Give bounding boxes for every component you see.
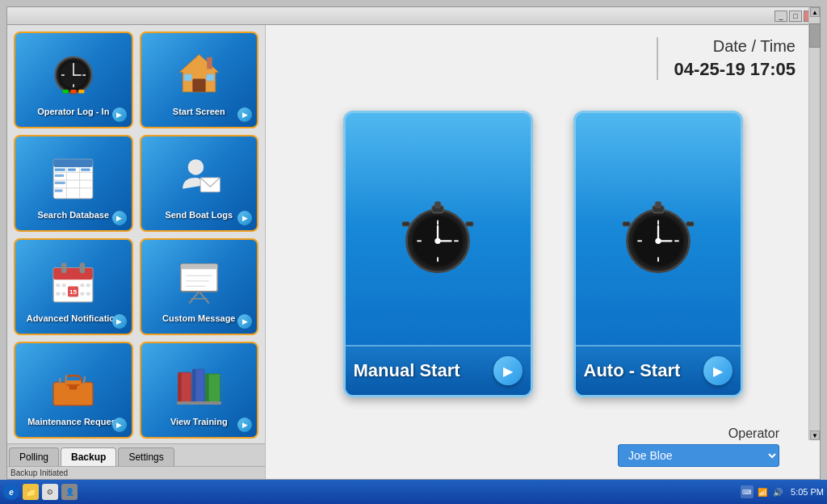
svg-rect-39 [62,284,66,287]
svg-point-78 [434,237,440,243]
tools-icon [45,357,102,414]
nav-item-custom-message[interactable]: Custom Message ▶ [140,238,259,335]
header-spacer [290,37,658,80]
nav-item-send-boat-logs-arrow: ▶ [237,211,252,225]
tab-polling[interactable]: Polling [9,447,59,466]
nav-item-maintenance-request[interactable]: Maintenance Request ▶ [14,342,133,439]
nav-item-send-boat-logs[interactable]: Send Boat Logs ▶ [140,135,259,232]
keyboard-icon: ⌨ [741,485,754,498]
svg-rect-44 [81,292,85,295]
datetime-section: Date / Time 04-25-19 17:05 [674,37,796,80]
nav-item-operator-log-in-arrow: ▶ [112,107,127,122]
left-panel: Operator Log - In ▶ [7,25,266,479]
minimize-button[interactable]: _ [775,10,787,22]
manual-start-button[interactable]: Manual Start ▶ [343,111,533,397]
nav-item-operator-log-in-label: Operator Log - In [37,107,109,116]
svg-rect-34 [61,262,67,273]
svg-rect-64 [192,369,195,402]
status-bar: Backup Initiated [7,466,265,479]
svg-rect-9 [62,90,69,94]
nav-item-send-boat-logs-label: Send Boat Logs [165,210,233,220]
tab-backup[interactable]: Backup [61,447,116,466]
nav-item-search-database[interactable]: Search Database ▶ [14,135,133,232]
tab-settings[interactable]: Settings [118,447,174,466]
svg-rect-18 [53,159,93,167]
manual-start-label: Manual Start [354,360,460,381]
svg-text:15: 15 [69,288,78,296]
svg-point-92 [655,237,661,243]
nav-item-maintenance-request-arrow: ▶ [112,418,127,432]
ie-icon[interactable]: e [3,484,19,500]
clock-icon [45,47,102,103]
email-icon [170,150,227,207]
svg-line-51 [189,291,199,303]
svg-rect-67 [177,401,221,405]
svg-rect-15 [206,74,214,80]
nav-item-operator-log-in[interactable]: Operator Log - In ▶ [14,32,133,128]
svg-rect-43 [62,292,66,295]
tab-bar: Polling Backup Settings [7,443,265,466]
whiteboard-icon [170,254,227,310]
svg-rect-38 [57,284,61,287]
svg-rect-27 [55,174,64,176]
svg-rect-95 [623,221,630,226]
svg-rect-10 [70,90,77,94]
svg-rect-29 [55,189,63,191]
manual-start-arrow-icon: ▶ [493,356,523,385]
svg-rect-14 [184,74,192,80]
nav-item-start-screen[interactable]: Start Screen ▶ [140,32,259,128]
auto-start-button[interactable]: Auto - Start ▶ [573,111,743,397]
nav-item-advanced-notification[interactable]: 15 Advanced Notification [14,238,133,335]
stopwatch-icon-auto [610,187,707,284]
folder-icon[interactable]: 📁 [23,484,39,500]
calendar-icon: 15 [45,254,102,310]
svg-rect-56 [65,380,82,384]
svg-rect-96 [686,221,693,226]
nav-item-view-training[interactable]: View Training ▶ [140,342,259,439]
svg-rect-26 [82,168,90,170]
svg-rect-40 [81,284,85,287]
taskbar-right: ⌨ 📶 🔊 5:05 PM [741,485,824,498]
taskbar-system-icons: ⌨ 📶 🔊 [741,485,784,498]
nav-item-custom-message-label: Custom Message [162,313,235,323]
taskbar-clock: 5:05 PM [791,487,824,497]
nav-item-view-training-label: View Training [170,417,228,426]
nav-item-advanced-notification-arrow: ▶ [112,314,127,329]
svg-rect-13 [192,78,205,91]
svg-rect-81 [402,221,409,226]
network-icon: 📶 [756,485,769,498]
auto-start-arrow-icon: ▶ [703,356,733,385]
nav-item-view-training-arrow: ▶ [237,418,252,432]
datetime-value: 04-25-19 17:05 [674,59,796,80]
taskbar-left: e 📁 ⊙ 👤 [3,484,78,500]
main-window: _ □ × [6,6,821,480]
svg-rect-82 [466,221,473,226]
operator-section: Operator Joe Bloe Jane Doe Admin [266,420,820,479]
right-content: Date / Time 04-25-19 17:05 [266,25,820,479]
nav-item-start-screen-arrow: ▶ [237,107,252,122]
operator-select[interactable]: Joe Bloe Jane Doe Admin [618,444,779,467]
volume-icon: 🔊 [771,485,784,498]
scrollbar[interactable]: ▲ ▼ [808,25,820,440]
auto-start-button-bottom: Auto - Start ▶ [576,345,741,395]
person-icon[interactable]: 👤 [61,484,78,500]
scrollbar-thumb[interactable] [809,25,820,48]
auto-start-label: Auto - Start [584,360,681,381]
nav-item-search-database-arrow: ▶ [112,211,127,225]
nav-item-custom-message-arrow: ▶ [237,314,252,329]
manual-start-button-bottom: Manual Start ▶ [346,345,531,395]
svg-line-52 [199,291,208,303]
svg-rect-80 [434,201,440,207]
content-area: Operator Log - In ▶ [7,25,820,479]
operator-label: Operator [728,426,779,441]
svg-rect-25 [68,168,76,170]
title-bar: _ □ × [7,7,820,25]
svg-rect-35 [80,262,86,273]
nav-item-start-screen-label: Start Screen [173,107,225,116]
svg-rect-41 [86,284,90,287]
svg-rect-24 [55,168,65,170]
main-buttons-area: Manual Start ▶ [266,88,820,420]
scroll-down-button[interactable]: ▼ [810,430,820,440]
chrome-icon[interactable]: ⊙ [42,484,58,500]
maximize-button[interactable]: □ [789,10,802,22]
